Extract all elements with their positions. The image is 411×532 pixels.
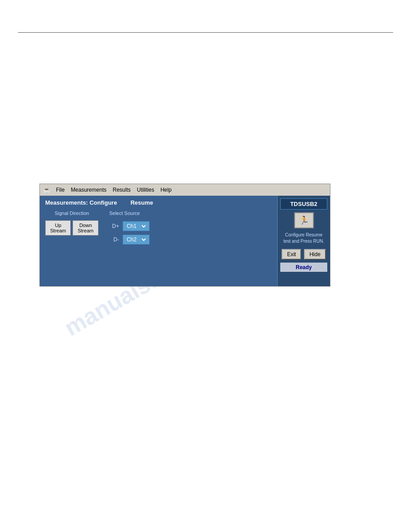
controls-row: Signal Direction UpStream DownStream Sel…: [45, 210, 272, 245]
app-window: ☕ File Measurements Results Utilities He…: [39, 184, 330, 287]
menu-file[interactable]: File: [53, 186, 67, 194]
hide-button[interactable]: Hide: [304, 249, 326, 260]
upstream-button[interactable]: UpStream: [45, 220, 71, 236]
menu-results[interactable]: Results: [110, 186, 133, 194]
dminus-label: D-: [109, 236, 119, 243]
run-button[interactable]: 🏃: [294, 212, 314, 228]
dplus-select-container[interactable]: Ch1 Ch2 Ch3 Ch4: [123, 221, 150, 231]
stream-buttons: UpStream DownStream: [45, 220, 98, 236]
menu-measurements[interactable]: Measurements: [68, 186, 109, 194]
right-panel: TDSUSB2 🏃 Configure Resume test and Pres…: [277, 196, 330, 286]
signal-direction-label: Signal Direction: [55, 210, 89, 216]
dplus-label: D+: [109, 223, 119, 229]
left-panel: Measurements: Configure Resume Signal Di…: [40, 196, 277, 286]
menu-help[interactable]: Help: [158, 186, 174, 194]
tdsusb2-title: TDSUSB2: [280, 198, 327, 210]
panel-title: Measurements: Configure: [45, 199, 117, 206]
panel-header: Measurements: Configure Resume: [45, 199, 272, 206]
status-bar: Ready: [280, 262, 327, 272]
menu-bar: ☕ File Measurements Results Utilities He…: [40, 184, 330, 196]
resume-label: Resume: [130, 199, 153, 206]
java-icon: ☕: [43, 186, 51, 194]
menu-utilities[interactable]: Utilities: [134, 186, 157, 194]
select-source: Select Source D+ Ch1 Ch2 Ch3 Ch4: [109, 210, 150, 245]
run-icon: 🏃: [299, 215, 309, 225]
dplus-channel-select[interactable]: Ch1 Ch2 Ch3 Ch4: [125, 223, 147, 230]
dminus-select-container[interactable]: Ch1 Ch2 Ch3 Ch4: [123, 235, 150, 245]
action-buttons: Exit Hide: [282, 249, 326, 260]
select-source-label: Select Source: [109, 210, 140, 216]
dminus-row: D- Ch1 Ch2 Ch3 Ch4: [109, 235, 150, 245]
page-divider: [18, 32, 393, 33]
instruction-text: Configure Resume test and Press RUN.: [280, 231, 327, 245]
downstream-button[interactable]: DownStream: [73, 220, 98, 236]
main-content: Measurements: Configure Resume Signal Di…: [40, 196, 330, 286]
exit-button[interactable]: Exit: [282, 249, 301, 260]
dminus-channel-select[interactable]: Ch1 Ch2 Ch3 Ch4: [125, 236, 147, 243]
signal-direction: Signal Direction UpStream DownStream: [45, 210, 98, 236]
dplus-row: D+ Ch1 Ch2 Ch3 Ch4: [109, 221, 150, 231]
